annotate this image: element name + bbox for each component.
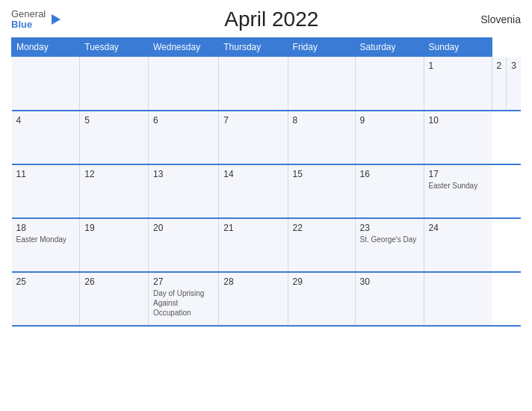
logo: General Blue [11,9,62,31]
calendar-cell: 7 [219,111,288,164]
country-label: Slovenia [480,13,521,25]
day-number: 6 [153,115,214,126]
day-number: 21 [223,223,282,233]
calendar-cell: 24 [424,218,492,272]
calendar-cell-empty [80,57,149,111]
calendar-cell: 5 [80,111,149,164]
logo-line2: Blue [11,19,46,30]
day-number: 27 [153,276,214,287]
calendar-cell: 22 [288,218,355,272]
calendar-cell: 19 [80,218,149,272]
calendar-cell: 30 [355,272,424,326]
day-number: 29 [293,276,350,287]
day-number: 11 [16,169,75,179]
calendar-cell: 3 [507,57,521,111]
calendar-cell: 17Easter Sunday [424,164,492,218]
calendar-cell: 23St. George's Day [355,218,424,272]
calendar-cell-empty [148,57,218,111]
calendar-table: Monday Tuesday Wednesday Thursday Friday… [11,37,521,327]
calendar-cell: 25 [12,272,80,326]
calendar-week-row: 11121314151617Easter Sunday [12,164,522,218]
header-thursday: Thursday [219,38,288,57]
calendar-cell: 16 [355,164,424,218]
calendar-cell: 13 [148,164,218,218]
day-number: 30 [360,276,419,287]
weekday-header-row: Monday Tuesday Wednesday Thursday Friday… [12,38,522,57]
day-number: 28 [223,276,282,287]
header-friday: Friday [288,38,355,57]
calendar-cell: 21 [219,218,288,272]
day-number: 19 [84,223,143,233]
day-number: 9 [360,115,419,126]
header-sunday: Sunday [424,38,492,57]
calendar-page: General Blue April 2022 Slovenia Monday … [0,0,532,411]
calendar-cell: 28 [219,272,288,326]
day-number: 4 [16,115,75,126]
header-tuesday: Tuesday [80,38,149,57]
header-saturday: Saturday [355,38,424,57]
day-number: 22 [293,223,350,233]
logo-line1: General [11,9,46,19]
holiday-label: St. George's Day [360,235,419,244]
day-number: 5 [84,115,143,126]
calendar-cell: 29 [288,272,355,326]
calendar-cell: 20 [148,218,218,272]
calendar-cell: 4 [12,111,80,164]
calendar-cell: 10 [424,111,492,164]
calendar-week-row: 123 [12,57,522,111]
calendar-cell: 2 [492,57,507,111]
calendar-cell: 12 [80,164,149,218]
calendar-cell: 14 [219,164,288,218]
header-wednesday: Wednesday [148,38,218,57]
calendar-cell [219,57,288,111]
day-number: 13 [153,169,214,179]
header: General Blue April 2022 Slovenia [11,7,521,31]
calendar-cell: 11 [12,164,80,218]
day-number: 8 [293,115,350,126]
calendar-cell [355,57,424,111]
day-number: 14 [223,169,282,179]
calendar-week-row: 252627Day of Uprising Against Occupation… [12,272,522,326]
calendar-cell: 18Easter Monday [12,218,80,272]
day-number: 17 [429,169,488,179]
calendar-cell: 15 [288,164,355,218]
day-number: 1 [429,61,487,71]
calendar-cell-empty [12,57,80,111]
calendar-cell: 27Day of Uprising Against Occupation [148,272,218,326]
day-number: 16 [360,169,419,179]
holiday-label: Easter Monday [16,235,75,244]
holiday-label: Easter Sunday [429,181,488,191]
calendar-cell: 1 [424,57,492,111]
calendar-cell: 8 [288,111,355,164]
day-number: 15 [293,169,350,179]
calendar-cell: 6 [148,111,218,164]
day-number: 23 [360,223,419,233]
logo-triangle-icon [47,12,62,27]
calendar-cell [288,57,355,111]
day-number: 10 [429,115,488,126]
day-number: 24 [429,223,488,233]
day-number: 7 [223,115,282,126]
page-title: April 2022 [224,7,318,31]
calendar-cell: 26 [80,272,149,326]
day-number: 12 [84,169,143,179]
day-number: 20 [153,223,214,233]
svg-marker-0 [52,14,61,25]
day-number: 26 [84,276,143,287]
calendar-cell: 9 [355,111,424,164]
calendar-week-row: 18Easter Monday1920212223St. George's Da… [12,218,522,272]
day-number: 25 [16,276,75,287]
calendar-cell [424,272,492,326]
day-number: 2 [497,61,502,71]
header-monday: Monday [12,38,80,57]
day-number: 18 [16,223,75,233]
day-number: 3 [511,61,516,71]
calendar-week-row: 45678910 [12,111,522,164]
holiday-label: Day of Uprising Against Occupation [153,288,214,318]
